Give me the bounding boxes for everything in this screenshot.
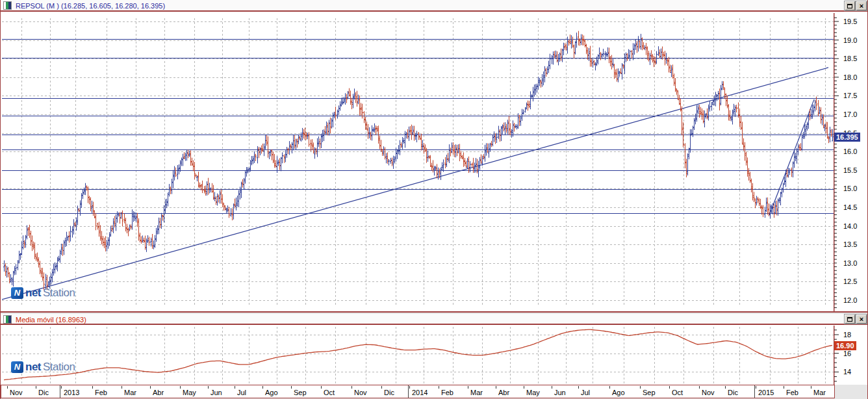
month-label: Nov — [354, 389, 367, 396]
month-tick — [468, 386, 468, 389]
y-tick-label: 14.0 — [843, 222, 857, 230]
month-tick — [640, 386, 641, 389]
month-label: Ago — [612, 389, 625, 396]
y-tick-label: 14.5 — [843, 203, 857, 211]
ma-value-tag: 16.90 — [834, 341, 856, 350]
month-tick — [180, 386, 181, 389]
month-tick — [150, 386, 151, 389]
month-tick — [669, 386, 670, 389]
y-tick-label: 19.0 — [843, 36, 857, 44]
month-label: 2014 — [412, 389, 428, 396]
price-y-axis: 19.519.018.518.017.517.016.516.015.515.0… — [834, 13, 868, 311]
ohlc-bars-up — [3, 32, 834, 289]
month-tick — [262, 386, 263, 389]
price-panel-title: REPSOL (M ) (16.285, 16.605, 16.280, 16.… — [16, 2, 165, 10]
netstation-logo: NnetStation — [11, 361, 75, 374]
close-button[interactable]: × — [856, 315, 867, 324]
month-tick — [36, 386, 36, 389]
ma-chart-svg — [2, 326, 834, 385]
netstation-logo-icon: N — [11, 287, 23, 299]
month-tick — [609, 386, 610, 389]
month-label: Nov — [10, 389, 23, 396]
y-tick-label: 18.0 — [843, 73, 857, 81]
year-separator — [60, 385, 60, 398]
close-button[interactable]: × — [856, 1, 867, 10]
y-tick-label: 17.5 — [843, 92, 857, 99]
netstation-logo-station: Station — [43, 287, 75, 300]
month-label: Mar — [470, 389, 483, 396]
month-tick — [439, 386, 439, 389]
month-label: Feb — [786, 389, 798, 396]
last-price-tag: 16.395 — [834, 133, 860, 142]
month-label: Jul — [237, 389, 246, 396]
month-label: Nov — [702, 389, 715, 396]
chart-mini-icon — [3, 1, 12, 10]
month-label: Jun — [211, 389, 222, 396]
price-chart-svg — [2, 13, 834, 311]
month-tick — [291, 386, 292, 389]
price-chart-canvas[interactable] — [2, 13, 834, 311]
price-y-axis-svg: 19.519.018.518.017.517.016.516.015.515.0… — [834, 13, 868, 311]
month-tick — [61, 386, 62, 389]
y-tick-label: 18 — [843, 331, 851, 339]
month-label: Feb — [95, 389, 107, 396]
month-label: Jun — [554, 389, 566, 396]
month-label: Abr — [498, 389, 509, 396]
ohlc-bars-down — [5, 31, 832, 290]
month-tick — [496, 386, 496, 389]
ma-panel-titlebar: Media móvil (16.8963) × — [1, 314, 868, 325]
restore-icon — [847, 4, 852, 8]
month-label: Feb — [441, 389, 453, 396]
ma-chart-canvas[interactable] — [2, 326, 834, 385]
ma-y-axis-svg: 181614 — [834, 326, 868, 385]
y-tick-label: 19.5 — [843, 18, 857, 25]
month-label: 2013 — [64, 389, 79, 396]
y-tick-label: 16 — [843, 350, 851, 357]
trend-line — [769, 99, 814, 215]
month-label: Dic — [384, 389, 394, 396]
netstation-logo-station: Station — [43, 361, 75, 374]
month-tick — [121, 386, 122, 389]
netstation-logo: NnetStation — [11, 287, 75, 300]
netstation-logo-icon: N — [11, 361, 23, 373]
chart-mini-icon — [3, 315, 12, 324]
y-tick-label: 14 — [843, 368, 851, 376]
netstation-window: { "panels": { "price": { "title": "REPSO… — [0, 0, 868, 399]
ma-panel-title: Media móvil (16.8963) — [16, 316, 86, 324]
y-tick-label: 18.5 — [843, 55, 857, 62]
netstation-logo-net: net — [25, 287, 41, 300]
month-label: May — [526, 389, 540, 396]
month-label: Jul — [581, 389, 590, 396]
restore-icon — [847, 317, 852, 322]
month-tick — [699, 386, 700, 389]
month-label: Mar — [124, 389, 136, 396]
month-label: Dic — [38, 389, 49, 396]
y-tick-label: 12.0 — [843, 296, 857, 304]
month-tick — [92, 386, 93, 389]
y-tick-label: 15.5 — [843, 166, 857, 174]
month-label: May — [183, 389, 196, 396]
month-label: Sep — [294, 389, 307, 396]
y-tick-label: 12.5 — [843, 277, 857, 285]
restore-button[interactable] — [845, 1, 855, 10]
month-label: Sep — [643, 389, 656, 396]
month-tick — [811, 386, 811, 389]
x-axis-strip: NovDic2013FebMarAbrMayJunJulAgoSepOctNov… — [1, 385, 835, 398]
month-tick — [756, 386, 756, 389]
month-tick — [524, 386, 524, 389]
trend-line — [2, 68, 828, 300]
month-tick — [784, 386, 784, 389]
y-tick-label: 13.0 — [843, 259, 857, 267]
month-tick — [235, 386, 235, 389]
month-tick — [321, 386, 322, 389]
ma-y-axis: 181614 — [834, 326, 868, 385]
month-label: Dic — [728, 389, 738, 396]
month-tick — [552, 386, 552, 389]
year-separator — [754, 385, 755, 398]
month-tick — [578, 386, 579, 389]
price-panel-titlebar: REPSOL (M ) (16.285, 16.605, 16.280, 16.… — [1, 0, 868, 12]
month-label: Oct — [672, 389, 683, 396]
year-separator — [408, 385, 409, 398]
restore-button[interactable] — [845, 315, 855, 324]
month-label: Oct — [324, 389, 335, 396]
